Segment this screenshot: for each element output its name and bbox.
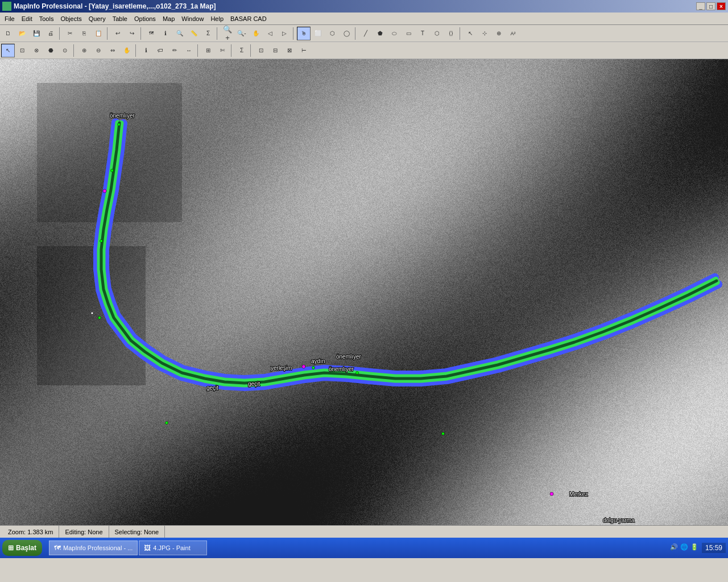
restore-button[interactable]: □ xyxy=(706,2,715,10)
btn-tb-extra3[interactable]: ⊠ xyxy=(283,44,296,57)
toolbar-standard: 🗋 📂 💾 🖨 ✂ ⎘ 📋 ↩ ↪ 🗺 ℹ 🔍 📏 Σ 🔍+ 🔍- ✋ ◁ ▷ … xyxy=(0,25,728,42)
map-canvas xyxy=(0,59,728,525)
taskbar-mapinfo-label: MapInfo Professional - ... xyxy=(63,544,133,551)
sep2 xyxy=(107,27,109,40)
menu-tools[interactable]: Tools xyxy=(36,14,57,23)
btn-arrow[interactable]: ↖ xyxy=(1,44,15,57)
btn-stat[interactable]: Σ xyxy=(201,27,215,40)
btn-lasso[interactable]: ⊗ xyxy=(30,44,43,57)
system-tray: 🔊 🌐 🔋 xyxy=(670,543,700,552)
btn-tb-extra2[interactable]: ⊟ xyxy=(268,44,282,57)
close-button[interactable]: × xyxy=(717,2,726,10)
btn-select2[interactable]: ⊡ xyxy=(15,44,29,57)
start-label: Başlat xyxy=(16,544,36,552)
btn-draw-text[interactable]: T xyxy=(416,27,429,40)
btn-next-view[interactable]: ▷ xyxy=(278,27,291,40)
btn-find[interactable]: 🔍 xyxy=(173,27,187,40)
btn-poly-select[interactable]: ⬡ xyxy=(325,27,339,40)
btn-snap[interactable]: ⊕ xyxy=(492,27,506,40)
start-button[interactable]: ⊞ Başlat xyxy=(2,540,42,556)
sep3 xyxy=(140,27,143,40)
sep7 xyxy=(460,27,462,40)
sep6 xyxy=(355,27,357,40)
btn-ruler[interactable]: 📏 xyxy=(187,27,201,40)
btn-draw-poly[interactable]: ⬟ xyxy=(373,27,387,40)
btn-font-size[interactable]: A² xyxy=(506,27,520,40)
btn-select[interactable]: 🖱 xyxy=(297,27,311,40)
menu-help[interactable]: Help xyxy=(207,14,227,23)
btn-save[interactable]: 💾 xyxy=(30,27,43,40)
btn-zoom-out2[interactable]: ⊖ xyxy=(92,44,105,57)
tray-icon-2: 🌐 xyxy=(680,543,689,552)
btn-pan2[interactable]: ✋ xyxy=(120,44,134,57)
menu-file[interactable]: File xyxy=(1,14,18,23)
start-icon: ⊞ xyxy=(8,544,14,552)
sep12 xyxy=(250,44,253,57)
btn-redo[interactable]: ↪ xyxy=(125,27,139,40)
btn-tb-extra1[interactable]: ⊡ xyxy=(254,44,268,57)
zoom-label: Zoom: 1.383 km xyxy=(8,529,53,535)
zoom-status: Zoom: 1.383 km xyxy=(2,526,59,538)
btn-new[interactable]: 🗋 xyxy=(1,27,15,40)
btn-pan[interactable]: ✋ xyxy=(249,27,263,40)
btn-label[interactable]: 🏷 xyxy=(154,44,167,57)
toolbar-tools: ↖ ⊡ ⊗ ⬣ ⊙ ⊕ ⊖ ⇔ ✋ ℹ 🏷 ✏ ↔ ⊞ ✄ Σ ⊡ ⊟ ⊠ ⊢ xyxy=(0,42,728,59)
btn-set-target[interactable]: ⊞ xyxy=(201,44,215,57)
btn-info2[interactable]: ℹ xyxy=(139,44,153,57)
btn-zoom-out[interactable]: 🔍- xyxy=(235,27,249,40)
taskbar: ⊞ Başlat 🗺 MapInfo Professional - ... 🖼 … xyxy=(0,538,728,558)
taskbar-paint[interactable]: 🖼 4.JPG - Paint xyxy=(139,541,207,555)
menu-edit[interactable]: Edit xyxy=(18,14,36,23)
menu-table[interactable]: Table xyxy=(109,14,131,23)
btn-info[interactable]: ℹ xyxy=(159,27,172,40)
btn-tb-extra4[interactable]: ⊢ xyxy=(297,44,311,57)
sep1 xyxy=(59,27,61,40)
menu-objects[interactable]: Objects xyxy=(57,14,85,23)
btn-change-view[interactable]: ⇔ xyxy=(106,44,119,57)
clock: 15:59 xyxy=(702,543,726,553)
btn-stat2[interactable]: Σ xyxy=(235,44,249,57)
btn-move-label[interactable]: ↔ xyxy=(182,44,196,57)
btn-radius-select2[interactable]: ⊙ xyxy=(58,44,72,57)
btn-box-select[interactable]: ⬜ xyxy=(311,27,325,40)
btn-paste[interactable]: 📋 xyxy=(92,27,105,40)
btn-cut-polygon[interactable]: ✄ xyxy=(216,44,229,57)
window-title: MapInfo Professional - [Yatay_isaretleme… xyxy=(14,2,216,10)
btn-prev-view[interactable]: ◁ xyxy=(263,27,277,40)
taskbar-paint-label: 4.JPG - Paint xyxy=(153,544,190,551)
btn-draw-rect[interactable]: ▭ xyxy=(402,27,415,40)
app-icon xyxy=(2,2,11,11)
taskbar-mapinfo[interactable]: 🗺 MapInfo Professional - ... xyxy=(49,541,138,555)
btn-poly-select2[interactable]: ⬣ xyxy=(44,44,57,57)
menu-query[interactable]: Query xyxy=(85,14,109,23)
editing-status: Editing: None xyxy=(59,526,109,538)
menu-map[interactable]: Map xyxy=(159,14,178,23)
btn-undo[interactable]: ↩ xyxy=(111,27,125,40)
btn-open[interactable]: 📂 xyxy=(15,27,29,40)
btn-print[interactable]: 🖨 xyxy=(44,27,57,40)
sep8 xyxy=(73,44,76,57)
btn-pointer[interactable]: ⊹ xyxy=(478,27,491,40)
menu-window[interactable]: Window xyxy=(178,14,207,23)
btn-draw-ellipse[interactable]: ⬭ xyxy=(387,27,401,40)
selecting-status: Selecting: None xyxy=(109,526,166,538)
btn-edit-label[interactable]: ✏ xyxy=(168,44,181,57)
minimize-button[interactable]: _ xyxy=(696,2,705,10)
tray-icon-1: 🔊 xyxy=(670,543,679,552)
btn-radius-select[interactable]: ◯ xyxy=(340,27,353,40)
map-area[interactable] xyxy=(0,59,728,525)
btn-zoom-in[interactable]: 🔍+ xyxy=(221,27,234,40)
btn-reshape[interactable]: ⟨⟩ xyxy=(444,27,458,40)
sep10 xyxy=(197,44,200,57)
btn-cut[interactable]: ✂ xyxy=(63,27,77,40)
btn-draw-line[interactable]: ╱ xyxy=(359,27,373,40)
menu-options[interactable]: Options xyxy=(131,14,159,23)
menu-basar-cad[interactable]: BASAR CAD xyxy=(227,14,270,23)
tray-icon-3: 🔋 xyxy=(690,543,700,552)
btn-node[interactable]: ⬡ xyxy=(430,27,444,40)
btn-map-layers[interactable]: 🗺 xyxy=(144,27,158,40)
btn-copy[interactable]: ⎘ xyxy=(77,27,91,40)
btn-cursor[interactable]: ↖ xyxy=(464,27,477,40)
btn-zoom-in2[interactable]: ⊕ xyxy=(77,44,91,57)
taskbar-mapinfo-icon: 🗺 xyxy=(54,544,61,552)
